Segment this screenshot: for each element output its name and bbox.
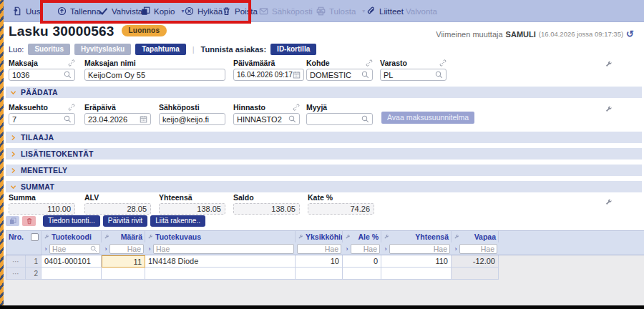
email-button[interactable]: Sähköposti ▾: [259, 0, 322, 22]
open-payment-plan-button[interactable]: Avaa maksusuunnitelma: [381, 112, 474, 124]
expand-filter-icon[interactable]: ›: [344, 245, 350, 252]
search-icon[interactable]: [288, 115, 296, 123]
col-tuotekuvaus[interactable]: Tuotekuvaus: [145, 231, 296, 242]
cell-ale[interactable]: [343, 268, 381, 280]
section-paadata[interactable]: PÄÄDATA: [6, 87, 642, 98]
wrench-icon[interactable]: [605, 60, 613, 68]
maksaja-input[interactable]: 1036: [9, 69, 75, 81]
wrench-icon[interactable]: [345, 234, 351, 240]
search-yksikkohinta-cell: Hae: [296, 242, 343, 255]
maksajan-nimi-input[interactable]: KeijoCom Oy 55: [84, 69, 225, 81]
search-icon[interactable]: [361, 115, 369, 123]
wrench-icon[interactable]: [384, 234, 389, 240]
link-icon[interactable]: [68, 59, 75, 67]
kohde-input[interactable]: DOMESTIC: [306, 69, 373, 81]
search-icon[interactable]: [64, 71, 72, 79]
update-rows-button[interactable]: Päivitä rivit: [103, 215, 147, 227]
cell-tuotekoodi[interactable]: [42, 268, 102, 280]
cell-yhteensa[interactable]: [381, 268, 452, 280]
row-number[interactable]: 2: [26, 268, 42, 280]
search-icon[interactable]: [90, 245, 97, 252]
ale-search-input[interactable]: Hae: [351, 244, 380, 254]
cell-maara-selected[interactable]: 11: [102, 255, 145, 268]
copy-button[interactable]: Kopio ▾: [141, 0, 184, 22]
col-maara[interactable]: Määrä: [102, 231, 145, 242]
section-tilaaja[interactable]: TILAAJA: [6, 132, 642, 143]
expand-filter-icon[interactable]: ›: [103, 245, 109, 252]
cell-ale[interactable]: 0: [343, 255, 381, 268]
caret-down-icon[interactable]: ▾: [181, 8, 184, 14]
cell-maara[interactable]: [102, 268, 145, 280]
cell-tuotekoodi[interactable]: 0401-000101: [42, 255, 102, 268]
expand-filter-icon[interactable]: ›: [43, 245, 49, 252]
attachments-button[interactable]: Liitteet: [366, 0, 404, 22]
wrench-icon[interactable]: [104, 234, 109, 240]
yksikkohinta-search-input[interactable]: Hae: [297, 244, 341, 254]
varasto-input[interactable]: PL: [380, 69, 447, 81]
vapaa-search-input[interactable]: Hae: [459, 244, 497, 254]
cell-yksikkohinta[interactable]: 10: [296, 255, 343, 268]
row-menu-handle[interactable]: ⋯: [6, 268, 26, 280]
col-yhteensa[interactable]: Yhteensä: [381, 231, 452, 242]
erapaiva-input[interactable]: 23.04.2026: [84, 113, 151, 125]
delete-rows-button[interactable]: [22, 216, 36, 226]
tuotekuvaus-search-input[interactable]: Hae: [153, 244, 294, 254]
wrench-icon[interactable]: [298, 234, 303, 240]
print-button[interactable]: Tulosta ▾: [316, 0, 365, 22]
paivamaara-input[interactable]: 16.04.2026 09:17:11: [233, 69, 304, 81]
link-icon[interactable]: [366, 59, 373, 67]
create-credit-invoice-button[interactable]: Hyvityslasku: [74, 44, 131, 55]
search-icon[interactable]: [435, 71, 443, 79]
cell-yhteensa[interactable]: 110: [381, 255, 452, 268]
wrench-icon[interactable]: [147, 234, 153, 240]
tuotekoodi-search-input[interactable]: Hae: [49, 244, 100, 254]
row-number[interactable]: 1: [26, 255, 42, 268]
section-summat[interactable]: SUMMAT: [6, 181, 642, 192]
wrench-icon[interactable]: [605, 198, 613, 206]
yhteensa-search-input[interactable]: Hae: [389, 244, 450, 254]
expand-filter-icon[interactable]: ›: [147, 245, 152, 252]
maksuehto-input[interactable]: 7: [9, 113, 75, 125]
calendar-icon[interactable]: [140, 115, 147, 123]
select-all-checkbox[interactable]: [31, 233, 39, 241]
section-lisatietokentat[interactable]: LISÄTIETOKENTÄT: [6, 148, 642, 160]
wrench-icon[interactable]: [44, 234, 49, 240]
calendar-icon[interactable]: [293, 71, 301, 79]
hinnasto-input[interactable]: HINNASTO2: [233, 113, 300, 125]
reject-button[interactable]: Hylkää: [185, 0, 223, 22]
new-button[interactable]: Uusi: [13, 0, 42, 22]
field-paivamaara: Päivämäärä 16.04.2026 09:17:11: [233, 59, 304, 81]
col-ale[interactable]: Ale %: [343, 231, 381, 242]
create-transaction-button[interactable]: Tapahtuma: [135, 44, 186, 55]
expand-filter-icon[interactable]: ›: [453, 245, 459, 252]
search-icon[interactable]: [361, 71, 369, 79]
wrench-icon[interactable]: [605, 105, 613, 113]
link-icon[interactable]: [293, 104, 300, 111]
cell-yksikkohinta[interactable]: [296, 268, 343, 280]
search-icon[interactable]: [64, 115, 72, 123]
cell-tuotekuvaus[interactable]: [145, 268, 296, 280]
myyja-input[interactable]: [306, 113, 373, 125]
link-icon[interactable]: [439, 59, 447, 67]
create-payment-button[interactable]: Suoritus: [28, 44, 70, 55]
col-yksikkohinta[interactable]: Yksikköhir: [296, 231, 343, 242]
id-card-button[interactable]: ID-kortilla: [270, 44, 316, 55]
col-tuotekoodi[interactable]: Tuotekoodi: [42, 231, 102, 242]
wrench-icon[interactable]: [454, 234, 459, 240]
copy-rows-button[interactable]: [6, 216, 19, 226]
monitoring-button[interactable]: Valvonta: [406, 0, 437, 22]
expand-filter-icon[interactable]: ›: [383, 245, 389, 252]
link-icon[interactable]: [68, 104, 75, 111]
cell-tuotekuvaus[interactable]: 1N4148 Diode: [145, 255, 296, 268]
sahkoposti-input[interactable]: keijo@keijo.fi: [159, 113, 225, 125]
row-menu-handle[interactable]: ⋯: [6, 255, 26, 268]
maara-search-input[interactable]: Hae: [109, 244, 144, 254]
delete-button[interactable]: Poista: [222, 0, 258, 22]
section-menettely[interactable]: MENETTELY: [6, 165, 642, 176]
save-button[interactable]: Tallenna: [57, 0, 101, 22]
data-import-button[interactable]: Tiedon tuonti...: [43, 215, 100, 227]
col-vapaa[interactable]: Vapaa: [452, 231, 499, 242]
confirm-button[interactable]: Vahvista: [99, 0, 142, 22]
history-icon[interactable]: ↺: [626, 29, 634, 39]
attach-structure-button[interactable]: Liitä rakenne..: [150, 215, 205, 227]
